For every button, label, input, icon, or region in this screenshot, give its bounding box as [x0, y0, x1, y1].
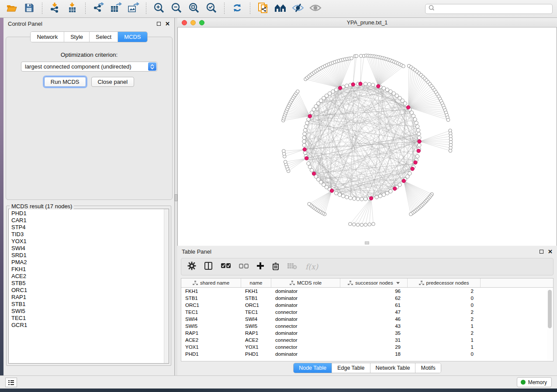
- network-node[interactable]: [446, 118, 450, 122]
- mcds-result-item[interactable]: CAR1: [11, 217, 169, 224]
- column-header-name[interactable]: name: [241, 279, 271, 287]
- table-row[interactable]: ORC1ORC1dominator610: [181, 302, 553, 309]
- mcds-result-item[interactable]: SWI5: [11, 308, 169, 315]
- network-node[interactable]: [416, 128, 420, 132]
- export-image-button[interactable]: [126, 2, 141, 16]
- network-node[interactable]: [364, 223, 367, 227]
- delete-column-button[interactable]: [272, 262, 279, 272]
- network-node[interactable]: [385, 88, 389, 91]
- network-node[interactable]: [378, 194, 382, 198]
- column-header-role[interactable]: MCDS role: [271, 279, 340, 287]
- hide-selected-button[interactable]: [291, 2, 305, 16]
- mcds-result-item[interactable]: FKH1: [11, 266, 169, 273]
- network-node[interactable]: [356, 197, 360, 201]
- network-hub-node[interactable]: [338, 86, 342, 89]
- network-node[interactable]: [305, 121, 309, 124]
- network-hub-node[interactable]: [359, 82, 362, 86]
- table-row[interactable]: YOX1YOX1connector291: [181, 344, 553, 351]
- close-table-panel-icon[interactable]: ✕: [548, 250, 553, 254]
- network-node[interactable]: [349, 222, 352, 226]
- network-node[interactable]: [417, 132, 421, 136]
- network-node[interactable]: [355, 55, 358, 58]
- network-node[interactable]: [308, 202, 311, 206]
- table-row[interactable]: FKH1FKH1dominator962: [181, 288, 553, 295]
- network-node[interactable]: [449, 149, 452, 153]
- network-hub-node[interactable]: [330, 189, 333, 193]
- network-node[interactable]: [402, 65, 405, 68]
- zoom-out-button[interactable]: [169, 2, 184, 16]
- memory-button[interactable]: Memory: [517, 377, 552, 387]
- mcds-list-scrollbar[interactable]: [164, 209, 169, 363]
- table-row[interactable]: TEC1TEC1connector472: [181, 309, 553, 316]
- network-node[interactable]: [415, 125, 419, 128]
- network-node[interactable]: [310, 168, 313, 172]
- network-hub-node[interactable]: [418, 140, 421, 143]
- mcds-result-item[interactable]: ACE2: [11, 273, 169, 280]
- network-node[interactable]: [363, 82, 367, 86]
- import-table-button[interactable]: [65, 2, 80, 16]
- network-node[interactable]: [403, 102, 407, 105]
- column-header-predecessors[interactable]: predecessor nodes: [408, 279, 481, 287]
- table-scrollbar-thumb[interactable]: [548, 290, 552, 328]
- mcds-result-item[interactable]: YOX1: [11, 238, 169, 245]
- network-node[interactable]: [338, 193, 341, 196]
- network-node[interactable]: [302, 140, 306, 143]
- network-node[interactable]: [372, 222, 375, 226]
- network-node[interactable]: [334, 88, 338, 91]
- export-table-button[interactable]: [108, 2, 123, 16]
- network-node[interactable]: [367, 83, 371, 86]
- close-panel-icon[interactable]: ✕: [165, 22, 170, 26]
- network-node[interactable]: [303, 128, 307, 132]
- task-history-button[interactable]: [5, 378, 17, 387]
- network-node[interactable]: [415, 155, 419, 158]
- mcds-result-item[interactable]: PHD1: [11, 210, 169, 217]
- save-session-button[interactable]: [22, 2, 37, 16]
- network-node[interactable]: [371, 83, 375, 86]
- apply-layout-button[interactable]: [230, 2, 245, 16]
- tab-edge-table[interactable]: Edge Table: [332, 363, 370, 373]
- network-node[interactable]: [360, 223, 363, 227]
- network-node[interactable]: [303, 132, 306, 136]
- network-node[interactable]: [382, 193, 385, 196]
- mcds-result-item[interactable]: RAP1: [11, 294, 169, 301]
- network-node[interactable]: [382, 86, 385, 90]
- table-row[interactable]: PHD1PHD1dominator180: [181, 351, 553, 358]
- column-header-shared_name[interactable]: shared name: [181, 279, 241, 287]
- table-row[interactable]: SWI4SWI4dominator462: [181, 316, 553, 323]
- open-session-button[interactable]: [4, 2, 19, 16]
- network-node[interactable]: [282, 149, 286, 153]
- network-node[interactable]: [363, 197, 367, 201]
- tab-style[interactable]: Style: [64, 32, 90, 42]
- network-hub-node[interactable]: [402, 179, 405, 182]
- network-hub-node[interactable]: [377, 84, 380, 88]
- network-hub-node[interactable]: [303, 148, 306, 151]
- network-node[interactable]: [308, 165, 311, 168]
- run-mcds-button[interactable]: Run MCDS: [44, 77, 86, 87]
- network-node[interactable]: [389, 189, 392, 193]
- mcds-result-list[interactable]: PHD1CAR1STP4TID3YOX1SWI4SRD1PMA2FKH1ACE2…: [8, 209, 169, 364]
- network-hub-node[interactable]: [393, 187, 397, 190]
- table-row[interactable]: SWI5SWI5connector431: [181, 323, 553, 330]
- clone-network-button[interactable]: [256, 2, 270, 16]
- network-node[interactable]: [353, 197, 356, 200]
- network-hub-node[interactable]: [406, 106, 410, 109]
- table-row[interactable]: RAP1RAP1dominator352: [181, 330, 553, 337]
- network-node[interactable]: [415, 121, 418, 124]
- network-node[interactable]: [296, 90, 300, 93]
- network-node[interactable]: [375, 195, 378, 199]
- network-hub-node[interactable]: [312, 172, 315, 175]
- network-node[interactable]: [302, 136, 306, 139]
- network-scroll-nub[interactable]: [365, 241, 369, 244]
- network-node[interactable]: [284, 160, 287, 164]
- search-input[interactable]: [435, 6, 550, 12]
- network-node[interactable]: [360, 197, 363, 201]
- network-node[interactable]: [412, 114, 415, 117]
- table-scrollbar[interactable]: [547, 288, 553, 361]
- show-graphics-details-button[interactable]: [308, 2, 323, 16]
- network-hub-node[interactable]: [351, 83, 355, 86]
- mcds-result-item[interactable]: STP4: [11, 224, 169, 231]
- network-hub-node[interactable]: [411, 167, 414, 171]
- mcds-result-item[interactable]: ORC1: [11, 287, 169, 294]
- float-table-panel-icon[interactable]: [540, 250, 543, 254]
- import-network-button[interactable]: [48, 2, 62, 16]
